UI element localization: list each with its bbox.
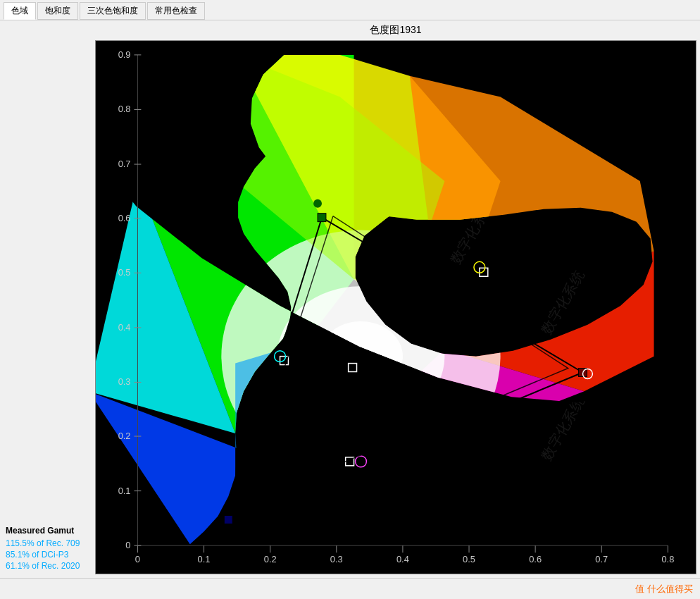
green-measured-marker xyxy=(318,214,326,222)
chart-panel: 色度图1931 数字化系统 数字化系统 数字化系统 xyxy=(92,20,700,578)
x-tick-01: 0.1 xyxy=(198,554,211,564)
green-measured-circle xyxy=(313,199,322,208)
y-tick-07: 0.7 xyxy=(118,159,131,169)
bottom-logo: 值 什么值得买 xyxy=(635,583,693,595)
left-panel: Measured Gamut 115.5% of Rec. 709 85.1% … xyxy=(0,20,92,578)
main-container: 色域 饱和度 三次色饱和度 常用色检查 Measured Gamut 115.5… xyxy=(0,0,700,599)
tab-bar: 色域 饱和度 三次色饱和度 常用色检查 xyxy=(0,0,700,20)
x-tick-08: 0.8 xyxy=(661,554,674,564)
x-tick-05: 0.5 xyxy=(463,554,475,564)
tab-baohedu[interactable]: 饱和度 xyxy=(37,2,78,20)
chart-wrapper: 数字化系统 数字化系统 数字化系统 数字化系统 xyxy=(95,40,696,574)
gamut-rec2020: 61.1% of Rec. 2020 xyxy=(6,561,86,571)
chart-title: 色度图1931 xyxy=(95,24,696,37)
x-tick-02: 0.2 xyxy=(264,554,277,564)
x-tick-07: 0.7 xyxy=(595,554,608,564)
x-tick-04: 0.4 xyxy=(396,554,409,564)
y-tick-02: 0.2 xyxy=(118,431,131,441)
tab-yuyu[interactable]: 色域 xyxy=(4,2,36,20)
y-tick-05: 0.5 xyxy=(118,267,131,278)
bottom-bar: 值 什么值得买 xyxy=(0,578,700,599)
x-tick-0: 0 xyxy=(135,554,140,564)
y-tick-04: 0.4 xyxy=(118,322,131,333)
y-tick-0: 0 xyxy=(125,540,130,550)
y-tick-09: 0.9 xyxy=(118,49,131,60)
x-tick-06: 0.6 xyxy=(529,554,542,564)
gamut-title: Measured Gamut xyxy=(6,526,86,536)
y-tick-01: 0.1 xyxy=(118,486,131,496)
x-tick-03: 0.3 xyxy=(330,554,343,564)
y-tick-03: 0.3 xyxy=(118,376,131,387)
gamut-rec709: 115.5% of Rec. 709 xyxy=(6,538,86,548)
tab-sancibaohedu[interactable]: 三次色饱和度 xyxy=(80,2,146,20)
content-area: Measured Gamut 115.5% of Rec. 709 85.1% … xyxy=(0,20,700,578)
y-tick-06: 0.6 xyxy=(118,213,131,223)
chromaticity-diagram: 数字化系统 数字化系统 数字化系统 数字化系统 xyxy=(96,41,696,574)
gamut-info: Measured Gamut 115.5% of Rec. 709 85.1% … xyxy=(6,526,86,571)
y-tick-08: 0.8 xyxy=(118,104,131,114)
gamut-dcip3: 85.1% of DCi-P3 xyxy=(6,550,86,560)
blue-measured-marker xyxy=(224,515,232,524)
tab-changyongsejiancha[interactable]: 常用色检查 xyxy=(147,2,205,20)
